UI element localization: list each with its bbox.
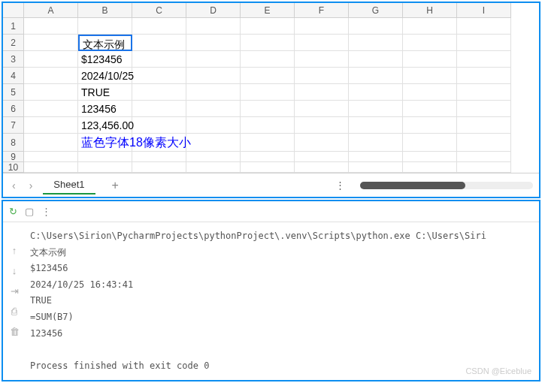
cell-F8[interactable] — [295, 134, 349, 152]
cell-G5[interactable] — [349, 84, 403, 101]
cell-A5[interactable] — [24, 84, 78, 101]
soft-wrap-icon[interactable]: ⇥ — [11, 285, 19, 297]
cell-E3[interactable] — [241, 51, 295, 68]
col-header-D[interactable]: D — [186, 3, 241, 18]
cell-C1[interactable] — [132, 18, 186, 35]
col-header-B[interactable]: B — [78, 3, 132, 18]
col-header-I[interactable]: I — [457, 3, 511, 18]
cell-A9[interactable] — [24, 152, 78, 162]
horizontal-scrollbar[interactable] — [360, 182, 533, 189]
col-header-E[interactable]: E — [241, 3, 295, 18]
cell-I10[interactable] — [457, 162, 511, 173]
cell-H10[interactable] — [403, 162, 457, 173]
trash-icon[interactable]: 🗑 — [10, 326, 20, 337]
cell-B6[interactable]: 123456 — [78, 101, 132, 117]
cell-A10[interactable] — [24, 162, 78, 173]
cell-F10[interactable] — [295, 162, 349, 173]
row-header-10[interactable]: 10 — [3, 162, 24, 173]
cell-B10[interactable] — [78, 162, 132, 173]
cell-E9[interactable] — [241, 152, 295, 162]
cell-G3[interactable] — [349, 51, 403, 68]
add-sheet-icon[interactable]: + — [103, 179, 128, 192]
terminal-output[interactable]: C:\Users\Sirion\PycharmProjects\pythonPr… — [26, 222, 539, 380]
toolbar-more-icon[interactable]: ⋮ — [41, 206, 51, 217]
cell-F9[interactable] — [295, 152, 349, 162]
cell-C3[interactable] — [132, 51, 186, 68]
cell-E5[interactable] — [241, 84, 295, 101]
cell-F1[interactable] — [295, 18, 349, 35]
cell-B1[interactable] — [78, 18, 132, 35]
print-icon[interactable]: ⎙ — [11, 306, 17, 317]
row-header-6[interactable]: 6 — [3, 101, 24, 117]
cell-C5[interactable] — [132, 84, 186, 101]
cell-A2[interactable] — [24, 35, 78, 51]
col-header-C[interactable]: C — [132, 3, 186, 18]
cell-E6[interactable] — [241, 101, 295, 117]
row-header-4[interactable]: 4 — [3, 68, 24, 84]
cell-G10[interactable] — [349, 162, 403, 173]
cell-F5[interactable] — [295, 84, 349, 101]
cell-C6[interactable] — [132, 101, 186, 117]
sheet-tab-1[interactable]: Sheet1 — [43, 176, 95, 194]
rerun-icon[interactable]: ↻ — [9, 206, 17, 217]
scrollbar-thumb[interactable] — [360, 182, 465, 189]
cell-G2[interactable] — [349, 35, 403, 51]
cell-C10[interactable] — [132, 162, 186, 173]
cell-D9[interactable] — [186, 152, 241, 162]
cell-D5[interactable] — [186, 84, 241, 101]
cell-C2[interactable] — [132, 35, 186, 51]
cell-A1[interactable] — [24, 18, 78, 35]
row-header-2[interactable]: 2 — [3, 35, 24, 51]
cell-D8[interactable] — [186, 134, 241, 152]
cell-D4[interactable] — [186, 68, 241, 84]
cell-F7[interactable] — [295, 117, 349, 134]
row-header-7[interactable]: 7 — [3, 117, 24, 134]
cell-E4[interactable] — [241, 68, 295, 84]
grid[interactable]: A B C D E F G H I 1 2 文本示例 — [3, 3, 539, 173]
select-all-corner[interactable] — [3, 3, 24, 18]
cell-G6[interactable] — [349, 101, 403, 117]
cell-I4[interactable] — [457, 68, 511, 84]
cell-C8[interactable] — [132, 134, 186, 152]
cell-I3[interactable] — [457, 51, 511, 68]
cell-I8[interactable] — [457, 134, 511, 152]
cell-A7[interactable] — [24, 117, 78, 134]
row-header-8[interactable]: 8 — [3, 134, 24, 152]
cell-I7[interactable] — [457, 117, 511, 134]
row-header-3[interactable]: 3 — [3, 51, 24, 68]
cell-I2[interactable] — [457, 35, 511, 51]
cell-E7[interactable] — [241, 117, 295, 134]
stop-icon[interactable]: ▢ — [25, 206, 34, 217]
cell-G8[interactable] — [349, 134, 403, 152]
cell-A8[interactable] — [24, 134, 78, 152]
row-header-9[interactable]: 9 — [3, 152, 24, 162]
cell-H7[interactable] — [403, 117, 457, 134]
cell-B8[interactable]: 蓝色字体18像素大小 — [78, 134, 132, 152]
cell-D7[interactable] — [186, 117, 241, 134]
cell-A4[interactable] — [24, 68, 78, 84]
col-header-H[interactable]: H — [403, 3, 457, 18]
scroll-up-icon[interactable]: ↑ — [12, 245, 17, 256]
cell-C9[interactable] — [132, 152, 186, 162]
scroll-down-icon[interactable]: ↓ — [12, 265, 17, 276]
cell-H8[interactable] — [403, 134, 457, 152]
cell-B5[interactable]: TRUE — [78, 84, 132, 101]
cell-F2[interactable] — [295, 35, 349, 51]
cell-H5[interactable] — [403, 84, 457, 101]
cell-I5[interactable] — [457, 84, 511, 101]
cell-I1[interactable] — [457, 18, 511, 35]
cell-E1[interactable] — [241, 18, 295, 35]
cell-B9[interactable] — [78, 152, 132, 162]
cell-H9[interactable] — [403, 152, 457, 162]
cell-D2[interactable] — [186, 35, 241, 51]
cell-D10[interactable] — [186, 162, 241, 173]
cell-E10[interactable] — [241, 162, 295, 173]
cell-C4[interactable] — [132, 68, 186, 84]
row-header-5[interactable]: 5 — [3, 84, 24, 101]
col-header-G[interactable]: G — [349, 3, 403, 18]
col-header-A[interactable]: A — [24, 3, 78, 18]
cell-G4[interactable] — [349, 68, 403, 84]
cell-F3[interactable] — [295, 51, 349, 68]
cell-C7[interactable] — [132, 117, 186, 134]
cell-D6[interactable] — [186, 101, 241, 117]
